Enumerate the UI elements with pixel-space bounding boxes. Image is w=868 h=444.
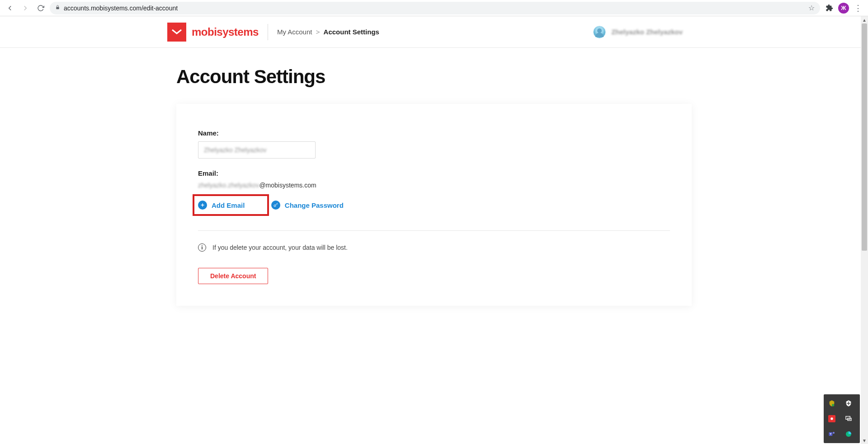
email-label: Email:	[198, 169, 670, 177]
info-icon: i	[198, 243, 206, 252]
scroll-up-icon[interactable]: ▲	[862, 16, 867, 23]
name-field-group: Name: Zhelyazko Zhelyazkov	[198, 129, 670, 159]
svg-point-13	[833, 432, 835, 434]
tray-edge-icon[interactable]	[844, 430, 853, 439]
browser-toolbar: accounts.mobisystems.com/edit-account ☆ …	[0, 0, 868, 16]
breadcrumb-root[interactable]: My Account	[277, 28, 312, 36]
user-menu[interactable]: Zhelyazko Zhelyazkov	[593, 26, 683, 38]
vertical-scrollbar[interactable]: ▲ ▼	[861, 16, 868, 444]
breadcrumb-current: Account Settings	[324, 28, 379, 36]
delete-warning-row: i If you delete your account, your data …	[198, 243, 670, 252]
key-icon	[271, 201, 280, 210]
svg-point-8	[830, 417, 833, 420]
brand-logo[interactable]: mobisystems	[167, 23, 259, 42]
settings-card: Name: Zhelyazko Zhelyazkov Email: zhelya…	[176, 104, 692, 306]
reload-button[interactable]	[34, 2, 47, 14]
email-field-group: Email: zhelyazko.zhelyazkov@mobisystems.…	[198, 169, 670, 216]
scroll-thumb[interactable]	[862, 23, 867, 251]
system-tray: T	[824, 394, 860, 443]
header-divider	[268, 24, 268, 40]
tray-display-icon[interactable]	[844, 414, 853, 423]
address-bar[interactable]: accounts.mobisystems.com/edit-account ☆	[50, 2, 820, 14]
svg-text:T: T	[830, 433, 831, 435]
tray-teams-icon[interactable]: T	[827, 430, 836, 439]
email-value: zhelyazko.zhelyazkov@mobisystems.com	[198, 182, 670, 189]
app-header: mobisystems My Account > Account Setting…	[0, 16, 868, 48]
add-email-button[interactable]: Add Email	[193, 194, 269, 216]
back-button[interactable]	[4, 2, 16, 14]
name-input-value: Zhelyazko Zhelyazkov	[204, 146, 267, 154]
email-domain-part: @mobisystems.com	[259, 182, 316, 189]
tray-record-icon[interactable]	[827, 414, 836, 423]
breadcrumb-separator: >	[316, 28, 320, 36]
bookmark-star-icon[interactable]: ☆	[808, 4, 815, 12]
browser-profile-avatar[interactable]: Ж	[838, 3, 849, 14]
delete-account-button[interactable]: Delete Account	[198, 268, 268, 284]
extensions-icon[interactable]	[823, 2, 835, 14]
page-title: Account Settings	[176, 66, 692, 88]
change-password-button[interactable]: Change Password	[271, 201, 344, 210]
avatar-icon	[593, 26, 606, 38]
page-viewport: mobisystems My Account > Account Setting…	[0, 16, 868, 444]
brand-name: mobisystems	[192, 26, 259, 38]
svg-rect-6	[847, 403, 850, 403]
forward-button[interactable]	[19, 2, 32, 14]
email-local-part: zhelyazko.zhelyazkov	[198, 182, 259, 189]
delete-warning-text: If you delete your account, your data wi…	[212, 244, 348, 251]
section-divider	[198, 230, 670, 231]
tray-shield-icon[interactable]	[827, 399, 836, 408]
svg-point-4	[832, 404, 834, 406]
browser-menu-button[interactable]: ⋮	[852, 2, 864, 14]
scroll-down-icon[interactable]: ▼	[862, 437, 867, 444]
name-label: Name:	[198, 129, 670, 137]
user-display-name: Zhelyazko Zhelyazkov	[611, 28, 683, 36]
scroll-track[interactable]	[861, 23, 868, 437]
change-password-label: Change Password	[285, 201, 344, 209]
tray-defender-icon[interactable]	[844, 399, 853, 408]
plus-icon	[198, 201, 207, 210]
svg-rect-0	[56, 7, 59, 9]
lock-icon	[55, 5, 60, 11]
svg-point-3	[274, 205, 276, 207]
logo-mark-icon	[167, 23, 186, 42]
name-input[interactable]: Zhelyazko Zhelyazkov	[198, 141, 316, 159]
add-email-label: Add Email	[212, 201, 245, 209]
url-text: accounts.mobisystems.com/edit-account	[64, 5, 805, 12]
breadcrumb: My Account > Account Settings	[277, 28, 379, 36]
